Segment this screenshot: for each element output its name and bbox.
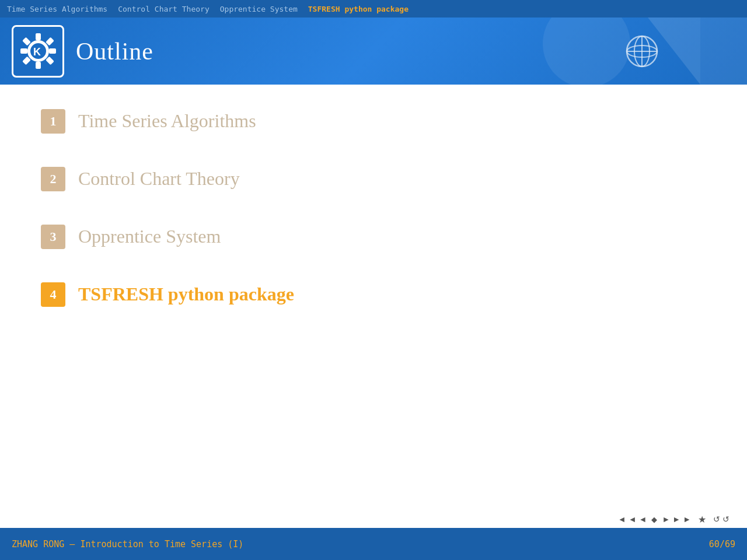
outline-item-2: 2 Control Chart Theory <box>41 166 706 191</box>
kde-gear-icon: K <box>19 32 57 70</box>
item-number-2: 2 <box>41 167 65 191</box>
nav-cycle-icon-2: ↺ <box>722 514 729 524</box>
svg-rect-7 <box>46 57 54 65</box>
nav-prev-arrow-2[interactable]: ◄ <box>629 515 637 524</box>
bottom-page-number: 60/69 <box>709 539 735 550</box>
globe-icon <box>624 34 659 69</box>
item-label-3: Opprentice System <box>78 223 221 247</box>
nav-cycle-icon: ↺ <box>713 514 720 524</box>
svg-rect-4 <box>22 37 31 46</box>
kde-logo: K <box>12 25 64 78</box>
nav-item-tsfresh[interactable]: TSFRESH python package <box>308 5 409 13</box>
bottom-author-label: ZHANG RONG — Introduction to Time Series… <box>12 539 243 550</box>
item-number-4: 4 <box>41 282 65 307</box>
nav-item-time-series[interactable]: Time Series Algorithms <box>7 5 107 13</box>
svg-rect-3 <box>49 48 56 54</box>
nav-item-opprentice[interactable]: Opprentice System <box>220 5 298 13</box>
outline-item-1: 1 Time Series Algorithms <box>41 108 706 134</box>
svg-rect-0 <box>36 33 41 40</box>
bottom-bar: ZHANG RONG — Introduction to Time Series… <box>0 528 747 560</box>
top-navigation: Time Series Algorithms Control Chart The… <box>0 0 747 18</box>
outline-item-3: 3 Opprentice System <box>41 223 706 249</box>
nav-next-arrow[interactable]: ► <box>683 515 691 524</box>
nav-next-arrow-2[interactable]: ► <box>672 515 680 524</box>
nav-separator: ◆ <box>651 515 657 524</box>
svg-rect-2 <box>20 48 27 54</box>
nav-prev-section[interactable]: ◄ <box>639 515 647 524</box>
item-number-3: 3 <box>41 225 65 249</box>
svg-rect-5 <box>22 57 31 65</box>
svg-text:K: K <box>33 46 41 58</box>
nav-next-section[interactable]: ► <box>662 515 670 524</box>
nav-controls: ◄ ◄ ◄ ◆ ► ► ► ★ ↺ ↺ <box>618 514 729 525</box>
nav-star-icon: ★ <box>698 514 706 525</box>
item-number-1: 1 <box>41 109 65 134</box>
item-label-2: Control Chart Theory <box>78 166 240 190</box>
nav-item-control-chart[interactable]: Control Chart Theory <box>118 5 210 13</box>
svg-rect-6 <box>46 37 54 46</box>
header-banner: K Outline <box>0 18 747 85</box>
nav-prev-arrow[interactable]: ◄ <box>618 515 626 524</box>
item-label-1: Time Series Algorithms <box>78 108 256 132</box>
outline-item-4: 4 TSFRESH python package <box>41 281 706 307</box>
item-label-4: TSFRESH python package <box>78 281 294 305</box>
outline-title: Outline <box>76 37 153 65</box>
svg-rect-1 <box>36 62 41 69</box>
main-content: 1 Time Series Algorithms 2 Control Chart… <box>0 85 747 362</box>
